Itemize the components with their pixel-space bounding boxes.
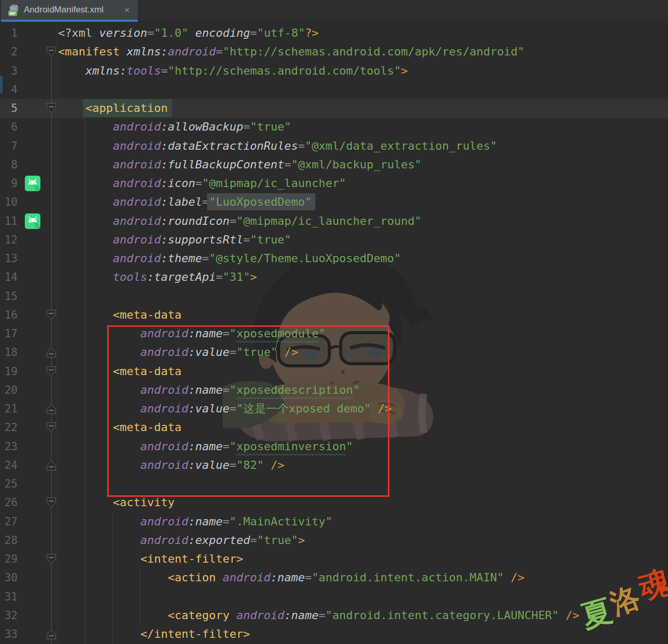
code-token: android bbox=[168, 45, 216, 58]
code-line-23: android:name="xposedminversion" bbox=[0, 437, 668, 456]
code-token: " bbox=[229, 383, 236, 396]
code-token: <category bbox=[58, 609, 229, 622]
code-line-12: android:supportsRtl="true" bbox=[0, 231, 668, 249]
code-token: = bbox=[298, 139, 305, 152]
code-token: = bbox=[161, 64, 168, 77]
code-token: "true" bbox=[257, 534, 298, 547]
code-token: android bbox=[58, 252, 161, 265]
code-token: = bbox=[223, 327, 229, 340]
code-token: :icon bbox=[161, 177, 195, 190]
code-token: android bbox=[58, 158, 161, 171]
code-line-8: android:fullBackupContent="@xml/backup_r… bbox=[0, 155, 668, 174]
code-token: <meta-data bbox=[58, 308, 181, 321]
code-token: android bbox=[58, 515, 188, 528]
tab-close-icon[interactable]: × bbox=[124, 0, 130, 20]
code-line-17: android:name="xposedmodule" bbox=[0, 324, 668, 343]
code-line-18: android:value="true" /> bbox=[0, 343, 668, 362]
code-token: <action bbox=[58, 571, 216, 584]
editor-tab-bar: MF AndroidManifest.xml × bbox=[0, 0, 668, 22]
code-token: /> bbox=[264, 459, 284, 471]
code-line-4 bbox=[0, 80, 668, 99]
fold-open-marker[interactable] bbox=[46, 102, 57, 115]
code-token: "@mipmap/ic_launcher" bbox=[202, 177, 346, 190]
code-token: /> bbox=[559, 609, 579, 622]
code-token: = bbox=[284, 158, 291, 171]
code-token: :exported bbox=[188, 534, 250, 547]
code-token: :label bbox=[161, 195, 202, 208]
code-token: android bbox=[58, 177, 161, 190]
code-token: android bbox=[58, 383, 188, 396]
code-line-33: </intent-filter> bbox=[0, 625, 668, 643]
code-token: android bbox=[58, 402, 188, 415]
code-token: <meta-data bbox=[58, 365, 181, 378]
fold-open-marker[interactable] bbox=[46, 365, 57, 378]
code-token: = bbox=[195, 177, 202, 190]
code-token: = bbox=[243, 233, 250, 246]
code-token: "http://schemas.android.com/tools" bbox=[168, 64, 401, 77]
code-token: = bbox=[216, 270, 223, 283]
code-token: <?xml bbox=[58, 26, 92, 39]
code-token: android bbox=[58, 233, 161, 246]
tab-androidmanifest[interactable]: MF AndroidManifest.xml × bbox=[1, 0, 138, 22]
code-line-13: android:theme="@style/Theme.LuoXposedDem… bbox=[0, 249, 668, 268]
code-line-5: <application bbox=[0, 99, 668, 118]
code-token: android bbox=[58, 440, 188, 453]
code-token: = bbox=[229, 459, 236, 471]
fold-close-marker[interactable] bbox=[46, 628, 57, 640]
code-token: android bbox=[58, 327, 188, 340]
code-token: xposeddescription bbox=[236, 383, 353, 396]
code-token: " bbox=[353, 383, 360, 396]
code-token: = bbox=[318, 609, 325, 622]
fold-open-marker[interactable] bbox=[46, 553, 57, 565]
code-token: "@xml/backup_rules" bbox=[291, 158, 422, 171]
code-line-15 bbox=[0, 287, 668, 306]
code-line-10: android:label="LuoXposedDemo" bbox=[0, 193, 668, 211]
code-line-7: android:dataExtractionRules="@xml/data_e… bbox=[0, 137, 668, 155]
code-line-31 bbox=[0, 588, 668, 606]
fold-open-marker[interactable] bbox=[46, 46, 57, 58]
ide-window: MF AndroidManifest.xml × bbox=[0, 0, 668, 644]
code-token: " bbox=[229, 327, 236, 340]
code-token: > bbox=[401, 64, 408, 77]
code-token: "1.0" bbox=[154, 26, 188, 39]
code-token: "true" bbox=[250, 120, 291, 133]
code-line-9: android:icon="@mipmap/ic_launcher" bbox=[0, 174, 668, 193]
fold-open-marker[interactable] bbox=[46, 496, 57, 509]
code-token: :name bbox=[188, 327, 223, 340]
code-line-21: android:value="这是一个xposed demo" /> bbox=[0, 399, 668, 418]
code-token: :fullBackupContent bbox=[161, 158, 284, 171]
code-token: :name bbox=[271, 571, 305, 584]
manifest-file-icon: MF bbox=[7, 4, 21, 17]
code-token: = bbox=[223, 383, 229, 396]
code-token: = bbox=[147, 26, 154, 39]
code-token: ".MainActivity" bbox=[229, 515, 332, 528]
android-launcher-icon[interactable] bbox=[25, 176, 40, 191]
code-token: :targetApi bbox=[147, 270, 215, 283]
fold-open-marker[interactable] bbox=[46, 309, 57, 321]
code-line-14: tools:targetApi="31"> bbox=[0, 268, 668, 287]
code-token: = bbox=[202, 252, 209, 265]
code-token: ?> bbox=[305, 26, 319, 39]
left-edge-marker bbox=[0, 76, 3, 93]
code-line-11: android:roundIcon="@mipmap/ic_launcher_r… bbox=[0, 212, 668, 231]
code-token: /> bbox=[371, 402, 392, 415]
android-launcher-icon[interactable] bbox=[25, 213, 40, 229]
svg-text:MF: MF bbox=[9, 11, 16, 16]
code-token: :theme bbox=[161, 252, 202, 265]
code-token: "这是一个xposed demo" bbox=[236, 402, 371, 415]
code-token: <meta-data bbox=[58, 421, 181, 434]
code-token: android bbox=[216, 571, 271, 584]
fold-close-marker[interactable] bbox=[46, 403, 57, 415]
code-token bbox=[58, 102, 85, 115]
fold-open-marker[interactable] bbox=[46, 421, 57, 434]
code-editor[interactable]: 1234567891011121314151617181920212223242… bbox=[0, 22, 668, 644]
code-token: :value bbox=[188, 346, 229, 359]
fold-close-marker[interactable] bbox=[46, 459, 57, 471]
code-token: "@xml/data_extraction_rules" bbox=[305, 139, 497, 152]
code-token: "utf-8" bbox=[257, 26, 305, 39]
code-line-1: <?xml version="1.0" encoding="utf-8"?> bbox=[0, 24, 668, 42]
code-token: "http://schemas.android.com/apk/res/andr… bbox=[223, 45, 525, 58]
code-token: > bbox=[250, 270, 257, 283]
code-token: android bbox=[58, 214, 161, 227]
fold-close-marker[interactable] bbox=[46, 346, 57, 359]
